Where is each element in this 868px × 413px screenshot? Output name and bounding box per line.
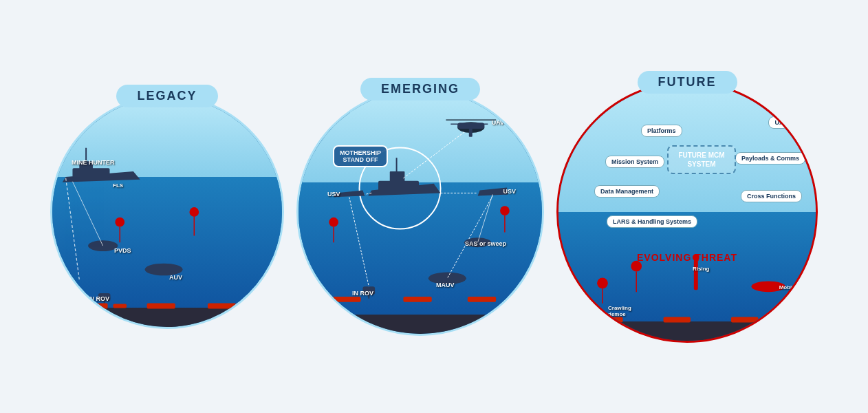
sas-label: SAS or sweep xyxy=(465,240,506,247)
platforms-box: Platforms xyxy=(641,125,682,137)
crawling-label: Crawlingdemoe xyxy=(608,305,631,318)
future-panel: FUTURE Platforms UxVs Mission System xyxy=(556,71,818,343)
mauv-label: MAUV xyxy=(436,282,455,288)
usv-left-label: USV xyxy=(327,191,340,198)
emerging-title: EMERGING xyxy=(360,78,480,100)
rising-label: Rising xyxy=(693,266,709,272)
legacy-panel: LEGACY xyxy=(50,85,284,329)
legacy-title: LEGACY xyxy=(116,85,217,107)
uav-label: UAV xyxy=(492,119,504,126)
mothership-label: MOTHERSHIPSTAND OFF xyxy=(340,149,381,163)
data-management-box: Data Management xyxy=(594,185,660,198)
inrov-emerging-label: IN ROV xyxy=(352,290,373,297)
fls-label: FLS xyxy=(113,182,123,189)
future-globe: Platforms UxVs Mission System Payloads &… xyxy=(556,81,818,343)
auv-label: AUV xyxy=(169,274,182,281)
mothership-callout: MOTHERSHIPSTAND OFF xyxy=(333,145,388,167)
inrov-label: IN ROV xyxy=(88,295,109,302)
mission-system-box: Mission System xyxy=(605,156,664,168)
evolving-threat-label: EVOLVING THREAT xyxy=(618,252,756,263)
cross-functions-box: Cross Functions xyxy=(741,190,802,202)
future-title: FUTURE xyxy=(638,71,737,94)
pvds-label: PVDS xyxy=(114,247,131,254)
uxvs-box: UxVs xyxy=(768,116,796,129)
future-mcm-box: FUTURE MCMSYSTEM xyxy=(667,145,736,174)
payloads-comms-box: Payloads & Comms xyxy=(735,152,805,165)
lars-box: LARS & Handling Systems xyxy=(607,215,697,228)
emerging-globe: UAV MOTHERSHIPSTAND OFF USV USV SAS or s… xyxy=(296,88,544,336)
mobile-label: Mobile xyxy=(779,284,796,290)
legacy-globe: MINE HUNTER FLS PVDS AUV IN ROV xyxy=(50,95,284,329)
emerging-panel: EMERGING xyxy=(296,78,544,336)
main-container: LEGACY xyxy=(0,0,868,413)
mine-hunter-label: MINE HUNTER xyxy=(72,159,115,166)
usv-right-label: USV xyxy=(503,188,516,195)
